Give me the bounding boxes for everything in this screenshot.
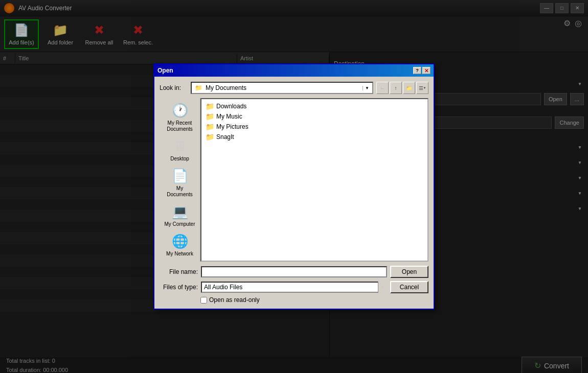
nav-item-desktop[interactable]: 🖥 Desktop: [162, 136, 198, 165]
list-item[interactable]: 📁 Downloads: [203, 101, 425, 111]
list-item[interactable]: 📁 My Pictures: [203, 122, 425, 132]
nav-buttons: ← ↑ 📁 ☰▼: [376, 82, 428, 94]
folder-name: My Music: [216, 113, 242, 120]
nav-item-mynetwork-label: My Network: [166, 251, 193, 257]
nav-item-mycomputer[interactable]: 💻 My Computer: [162, 201, 198, 230]
list-item[interactable]: 📁 SnagIt: [203, 132, 425, 142]
folder-name: Downloads: [216, 103, 246, 110]
list-item[interactable]: 📁 My Music: [203, 111, 425, 122]
dialog-help-button[interactable]: ?: [413, 67, 421, 74]
nav-item-mycomputer-label: My Computer: [164, 221, 195, 227]
dialog-overlay: Open ? ✕ Look in: 📁 My Documents ▼ ← ↑ 📁: [0, 0, 588, 373]
filetype-row: Files of type: All Audio Files ▼ Cancel: [160, 281, 428, 293]
lookin-label: Look in:: [160, 84, 188, 91]
desktop-icon: 🖥: [173, 138, 187, 154]
filename-input[interactable]: [201, 266, 387, 277]
dialog-title: Open: [157, 67, 173, 74]
dialog-content: 🕐 My RecentDocuments 🖥 Desktop 📄 My Docu…: [160, 98, 428, 262]
filename-label: File name:: [160, 268, 198, 275]
dialog-body: Look in: 📁 My Documents ▼ ← ↑ 📁 ☰▼: [154, 77, 434, 309]
lookin-row: Look in: 📁 My Documents ▼ ← ↑ 📁 ☰▼: [160, 82, 428, 94]
folder-icon: 📁: [195, 84, 202, 91]
readonly-row: Open as read-only: [200, 296, 428, 304]
dialog-title-controls: ? ✕: [413, 67, 431, 74]
folder-icon: 📁: [206, 133, 214, 141]
filename-row: File name: Open: [160, 266, 428, 278]
lookin-value: My Documents: [206, 84, 359, 91]
lookin-dropdown-arrow[interactable]: ▼: [363, 86, 369, 90]
my-computer-icon: 💻: [172, 204, 188, 220]
nav-item-mydocs-label: My Documents: [163, 185, 197, 198]
folder-name: SnagIt: [216, 133, 234, 141]
folder-icon: 📁: [206, 123, 214, 131]
nav-item-desktop-label: Desktop: [170, 156, 189, 162]
nav-new-folder-button[interactable]: 📁: [403, 82, 415, 94]
filetype-select[interactable]: All Audio Files: [201, 282, 387, 293]
nav-up-button[interactable]: ↑: [390, 82, 402, 94]
nav-item-recent[interactable]: 🕐 My RecentDocuments: [162, 100, 198, 135]
nav-item-mydocs[interactable]: 📄 My Documents: [162, 166, 198, 200]
file-browser: 📁 Downloads 📁 My Music 📁 My Pictures 📁 S…: [200, 98, 428, 262]
readonly-checkbox[interactable]: [200, 297, 207, 304]
lookin-combo[interactable]: 📁 My Documents ▼: [191, 82, 373, 94]
nav-back-button[interactable]: ←: [376, 82, 389, 94]
dialog-title-bar: Open ? ✕: [154, 64, 434, 77]
open-dialog: Open ? ✕ Look in: 📁 My Documents ▼ ← ↑ 📁: [153, 63, 435, 310]
recent-docs-icon: 🕐: [172, 103, 188, 119]
my-documents-icon: 📄: [172, 168, 188, 184]
readonly-label: Open as read-only: [209, 296, 260, 304]
folder-icon: 📁: [206, 112, 214, 121]
nav-views-button[interactable]: ☰▼: [416, 82, 428, 94]
nav-item-mynetwork[interactable]: 🌐 My Network: [162, 231, 198, 260]
dialog-nav: 🕐 My RecentDocuments 🖥 Desktop 📄 My Docu…: [160, 98, 200, 262]
folder-name: My Pictures: [216, 123, 248, 130]
nav-item-recent-label: My RecentDocuments: [167, 120, 193, 132]
folder-icon: 📁: [206, 102, 214, 110]
my-network-icon: 🌐: [172, 234, 188, 249]
dialog-open-button[interactable]: Open: [390, 266, 428, 278]
filetype-label: Files of type:: [160, 284, 198, 291]
dialog-close-button[interactable]: ✕: [422, 67, 431, 74]
dialog-cancel-button[interactable]: Cancel: [390, 281, 428, 293]
